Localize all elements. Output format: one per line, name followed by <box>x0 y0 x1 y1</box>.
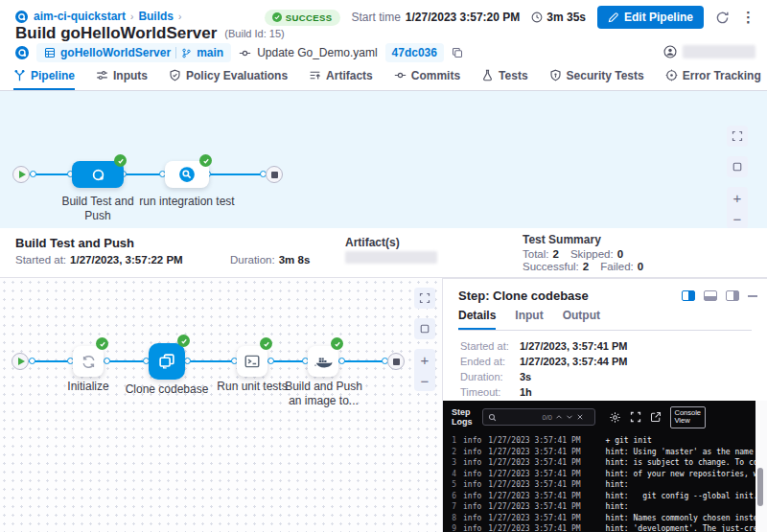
stop-icon <box>271 172 278 178</box>
zoom-out-button[interactable]: − <box>727 208 748 229</box>
connector-dot <box>338 358 345 364</box>
tab-commits[interactable]: Commits <box>394 62 460 90</box>
step-tab-details[interactable]: Details <box>458 309 496 330</box>
docker-icon <box>314 353 333 371</box>
zoom-in-button[interactable]: + <box>414 349 435 370</box>
log-settings-gear-icon[interactable] <box>609 411 621 424</box>
step-node-initialize[interactable] <box>73 346 104 377</box>
canvas-fit-button[interactable] <box>414 288 435 309</box>
error-tracking-icon <box>665 69 678 81</box>
commit-sha-pill[interactable]: 47dc036 <box>385 43 444 62</box>
tab-policy-evaluations[interactable]: Policy Evaluations <box>169 62 288 90</box>
step-node-clone-codebase[interactable] <box>149 343 185 380</box>
repo-commit-row: goHelloWorldServer main Update Go_Demo.y… <box>15 43 463 62</box>
tab-security-tests[interactable]: Security Tests <box>549 62 644 90</box>
stage-node-label: Build Test and Push <box>50 195 146 223</box>
stage-graph-end-node <box>266 166 283 183</box>
kebab-menu-icon[interactable]: ⋮ <box>741 9 755 26</box>
breadcrumb-builds[interactable]: Builds <box>138 10 174 23</box>
reset-view-icon <box>419 323 430 335</box>
pipeline-icon <box>13 69 26 81</box>
branch-name[interactable]: main <box>197 46 223 59</box>
chevron-up-icon[interactable] <box>555 413 563 421</box>
title-row: Build goHelloWorldServer (Build Id: 15) <box>15 24 285 43</box>
stage-graph-start-node <box>12 166 30 183</box>
scrollbar-thumb[interactable] <box>757 468 763 506</box>
layout-bottom-icon[interactable] <box>704 290 717 301</box>
header-status-cluster: SUCCESS Start time 1/27/2023 3:57:20 PM … <box>265 6 755 29</box>
branch-icon <box>181 48 192 58</box>
stage-graph-canvas: Build Test and Push run integration test… <box>0 91 767 228</box>
pill-divider <box>175 47 176 58</box>
tab-artifacts[interactable]: Artifacts <box>309 62 373 90</box>
close-icon[interactable] <box>576 413 584 421</box>
step-success-badge <box>260 337 272 350</box>
console-scrollbar <box>755 401 767 532</box>
detail-label: Started at: <box>460 340 520 352</box>
search-match-count: 0/0 <box>543 413 552 422</box>
failed-value: 0 <box>638 261 643 272</box>
step-node-run-unit-tests[interactable] <box>237 346 267 377</box>
successful-label: Successful: <box>523 261 579 272</box>
layout-right-active-icon[interactable] <box>682 290 695 301</box>
log-line: 8info1/27/2023 3:57:41 PMhint: Names com… <box>443 513 755 524</box>
tab-tests[interactable]: Tests <box>481 62 527 90</box>
canvas-fit-button[interactable] <box>727 126 748 147</box>
log-open-external-icon[interactable] <box>650 411 662 423</box>
refresh-icon[interactable] <box>715 11 730 25</box>
chevron-down-icon[interactable] <box>566 413 573 421</box>
check-icon <box>180 337 188 345</box>
copy-icon[interactable] <box>452 47 463 58</box>
canvas-reset-button[interactable] <box>414 318 435 339</box>
security-icon <box>549 69 562 81</box>
repository-icon <box>44 47 56 58</box>
log-search-box: 0/0 <box>482 408 595 426</box>
minimize-icon[interactable] <box>748 295 757 297</box>
success-check-icon <box>272 12 282 22</box>
duration-value: 3m 8s <box>279 254 311 266</box>
tab-error-tracking[interactable]: Error Tracking <box>665 62 761 90</box>
inputs-icon <box>96 69 108 81</box>
zoom-out-button[interactable]: − <box>414 370 435 391</box>
canvas-zoom-controls: + − <box>414 349 435 391</box>
layout-right-icon[interactable] <box>726 290 739 301</box>
stage-summary-strip: Build Test and Push Started at: 1/27/202… <box>0 228 767 278</box>
stage-graph-line <box>21 173 274 175</box>
connector-dot <box>29 358 35 364</box>
log-line: 1info1/27/2023 3:57:41 PM+ git init <box>443 435 755 447</box>
test-summary-label: Test Summary <box>523 233 601 246</box>
repo-branch-pill: goHelloWorldServer main <box>36 43 231 62</box>
tab-inputs[interactable]: Inputs <box>96 62 148 90</box>
log-fullscreen-icon[interactable] <box>630 411 641 423</box>
log-line: 6info1/27/2023 3:57:41 PMhint: git confi… <box>443 491 755 502</box>
detail-value: 1/27/2023, 3:57:44 PM <box>520 356 628 367</box>
skipped-label: Skipped: <box>570 248 614 260</box>
project-logo-icon <box>15 11 28 23</box>
check-icon <box>99 340 106 348</box>
sync-icon <box>81 354 97 370</box>
breadcrumb-project[interactable]: aim-ci-quickstart <box>34 10 126 23</box>
canvas-reset-button[interactable] <box>727 156 748 177</box>
status-badge: SUCCESS <box>265 10 340 26</box>
step-node-build-and-push[interactable] <box>308 346 338 377</box>
tab-pipeline[interactable]: Pipeline <box>13 62 75 90</box>
step-tab-input[interactable]: Input <box>515 309 543 330</box>
step-tab-output[interactable]: Output <box>563 309 600 330</box>
play-icon <box>18 358 25 365</box>
check-icon <box>334 340 341 348</box>
console-view-button[interactable]: ConsoleView <box>670 406 707 428</box>
repo-name[interactable]: goHelloWorldServer <box>60 46 171 59</box>
edit-pipeline-button[interactable]: Edit Pipeline <box>597 6 704 29</box>
connector-dot <box>267 358 274 364</box>
log-line: 2info1/27/2023 3:57:41 PMhint: Using 'ma… <box>443 447 755 458</box>
fit-view-icon <box>419 292 430 304</box>
ci-stage-icon <box>90 167 106 183</box>
commits-icon <box>394 69 407 81</box>
check-icon <box>202 157 210 165</box>
commit-message[interactable]: Update Go_Demo.yaml <box>257 46 377 59</box>
log-search-input[interactable] <box>500 413 540 422</box>
build-id: (Build Id: 15) <box>224 28 284 39</box>
zoom-in-button[interactable]: + <box>727 187 748 208</box>
artifact-value-redacted <box>345 251 437 264</box>
integration-test-icon <box>178 166 196 183</box>
